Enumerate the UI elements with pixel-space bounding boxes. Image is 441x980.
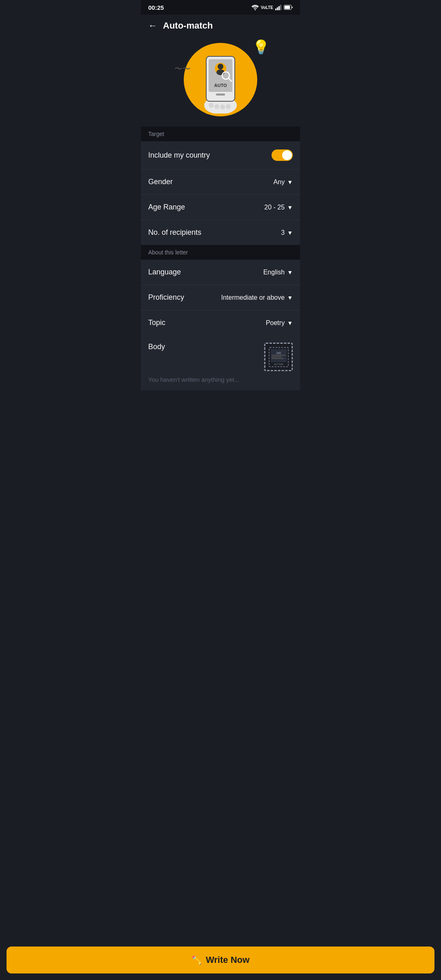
language-row[interactable]: Language English ▼: [141, 260, 300, 285]
svg-rect-3: [280, 5, 281, 10]
include-country-toggle[interactable]: [272, 149, 293, 161]
gender-selected: Any: [274, 178, 285, 186]
svg-rect-24: [272, 356, 282, 357]
lightbulb-icon: 💡: [252, 39, 270, 55]
gender-label: Gender: [148, 178, 173, 186]
battery-icon: [284, 5, 293, 10]
svg-rect-5: [285, 6, 290, 9]
recipients-label: No. of recipients: [148, 228, 201, 237]
squiggle-decoration: 〜〜: [174, 63, 190, 74]
gender-row[interactable]: Gender Any ▼: [141, 169, 300, 195]
proficiency-selected: Intermediate or above: [221, 294, 285, 301]
age-range-selected: 20 - 25: [264, 204, 285, 211]
body-placeholder: You haven't written anything yet...: [148, 376, 293, 383]
target-settings-section: Include my country Gender Any ▼ Age Rang…: [141, 141, 300, 245]
hero-area: AUTO 〜〜 💡: [141, 37, 300, 127]
svg-text:100: 100: [276, 352, 281, 354]
age-range-value[interactable]: 20 - 25 ▼: [264, 204, 293, 211]
svg-point-18: [220, 105, 225, 109]
svg-point-16: [209, 103, 214, 108]
svg-rect-15: [216, 94, 225, 96]
include-country-row: Include my country: [141, 141, 300, 169]
proficiency-value[interactable]: Intermediate or above ▼: [221, 294, 293, 301]
toggle-thumb: [282, 150, 292, 160]
wifi-icon: [252, 5, 259, 10]
page-title: Auto-match: [163, 20, 213, 31]
header: ← Auto-match: [141, 15, 300, 37]
stamp-icon: 100 LETTER: [264, 343, 293, 371]
svg-point-19: [226, 104, 231, 109]
toggle-track: [272, 149, 293, 161]
proficiency-chevron-icon: ▼: [287, 294, 293, 301]
hero-illustration: AUTO 〜〜 💡: [184, 43, 257, 116]
bottom-spacer: [141, 390, 300, 427]
signal-icon: [275, 5, 282, 10]
language-value[interactable]: English ▼: [263, 269, 293, 276]
svg-point-10: [218, 64, 223, 69]
topic-selected: Poetry: [266, 319, 285, 327]
letter-settings-section: Language English ▼ Proficiency Intermedi…: [141, 260, 300, 335]
body-label: Body: [148, 343, 165, 351]
auto-match-illustration: AUTO: [194, 46, 247, 114]
topic-value[interactable]: Poetry ▼: [266, 319, 293, 327]
svg-rect-2: [278, 6, 280, 10]
back-button[interactable]: ←: [148, 20, 157, 31]
status-bar: 00:25 VoLTE: [141, 0, 300, 15]
status-icons: VoLTE: [252, 5, 293, 10]
language-selected: English: [263, 269, 285, 276]
topic-chevron-icon: ▼: [287, 320, 293, 326]
target-section-label: Target: [141, 127, 300, 141]
language-chevron-icon: ▼: [287, 269, 293, 276]
language-label: Language: [148, 268, 181, 276]
letter-section-label: About this letter: [141, 245, 300, 260]
include-country-label: Include my country: [148, 151, 210, 160]
topic-row[interactable]: Topic Poetry ▼: [141, 310, 300, 335]
svg-text:LETTER: LETTER: [274, 363, 283, 365]
recipients-value[interactable]: 3 ▼: [281, 229, 293, 236]
body-header: Body 100 LETTER: [148, 343, 293, 371]
hero-circle: AUTO 〜〜: [184, 43, 257, 116]
age-range-label: Age Range: [148, 203, 185, 212]
recipients-selected: 3: [281, 229, 285, 236]
recipients-chevron-icon: ▼: [287, 229, 293, 236]
gender-chevron-icon: ▼: [287, 179, 293, 185]
svg-rect-25: [272, 358, 284, 359]
svg-rect-23: [272, 355, 286, 356]
stamp-illustration: 100 LETTER: [267, 346, 290, 368]
topic-label: Topic: [148, 318, 165, 327]
svg-text:AUTO: AUTO: [214, 83, 227, 88]
body-section: Body 100 LETTER You haven't written anyt…: [141, 335, 300, 390]
proficiency-label: Proficiency: [148, 293, 184, 302]
svg-rect-1: [277, 7, 278, 10]
svg-rect-0: [275, 9, 276, 10]
lte-label: VoLTE: [261, 5, 273, 10]
gender-value[interactable]: Any ▼: [274, 178, 293, 186]
age-range-row[interactable]: Age Range 20 - 25 ▼: [141, 195, 300, 220]
proficiency-row[interactable]: Proficiency Intermediate or above ▼: [141, 285, 300, 310]
status-time: 00:25: [148, 4, 164, 11]
svg-point-17: [214, 104, 219, 109]
recipients-row[interactable]: No. of recipients 3 ▼: [141, 220, 300, 245]
age-range-chevron-icon: ▼: [287, 204, 293, 211]
